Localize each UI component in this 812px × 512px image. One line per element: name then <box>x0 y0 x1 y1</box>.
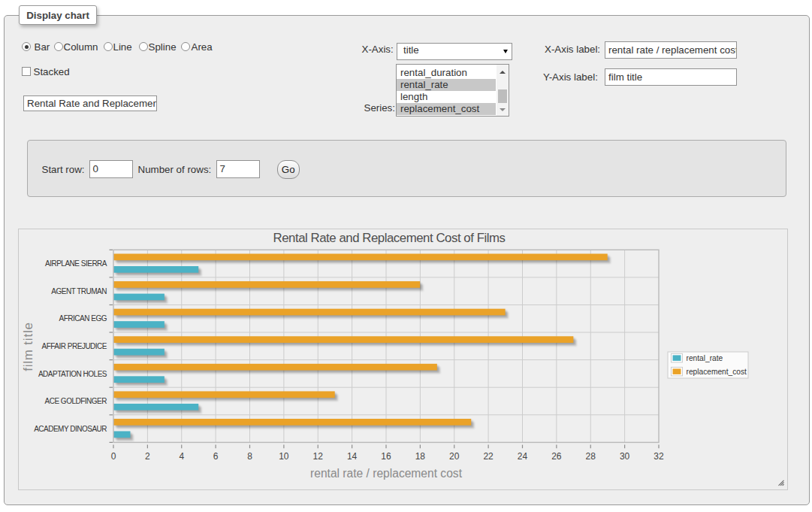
svg-text:ACE GOLDFINGER: ACE GOLDFINGER <box>45 397 107 405</box>
svg-text:8: 8 <box>247 451 252 462</box>
svg-text:ACADEMY DINOSAUR: ACADEMY DINOSAUR <box>34 425 107 433</box>
svg-text:32: 32 <box>654 451 664 462</box>
svg-text:0: 0 <box>111 451 116 462</box>
svg-text:24: 24 <box>518 451 528 462</box>
svg-text:4: 4 <box>179 451 184 462</box>
svg-text:Rental Rate and Replacement Co: Rental Rate and Replacement Cost of Film… <box>273 231 506 245</box>
svg-text:30: 30 <box>620 451 630 462</box>
svg-text:6: 6 <box>213 451 219 462</box>
svg-text:2: 2 <box>145 451 150 462</box>
svg-text:AFFAIR PREJUDICE: AFFAIR PREJUDICE <box>42 342 107 350</box>
svg-text:ADAPTATION HOLES: ADAPTATION HOLES <box>38 370 107 378</box>
svg-text:AIRPLANE SIERRA: AIRPLANE SIERRA <box>45 259 107 268</box>
svg-text:16: 16 <box>381 451 391 462</box>
svg-text:replacement_cost: replacement_cost <box>687 368 747 376</box>
svg-text:26: 26 <box>551 451 562 462</box>
svg-text:AGENT TRUMAN: AGENT TRUMAN <box>51 287 107 295</box>
svg-text:AFRICAN EGG: AFRICAN EGG <box>59 314 107 323</box>
svg-text:22: 22 <box>483 451 494 462</box>
svg-text:rental rate / replacement cost: rental rate / replacement cost <box>310 467 463 480</box>
svg-text:20: 20 <box>449 451 460 462</box>
svg-text:rental_rate: rental_rate <box>687 354 723 362</box>
svg-text:14: 14 <box>347 451 358 462</box>
svg-text:28: 28 <box>586 451 596 462</box>
svg-text:film title: film title <box>21 322 35 371</box>
svg-text:18: 18 <box>415 451 426 462</box>
svg-text:12: 12 <box>313 451 324 462</box>
svg-text:10: 10 <box>279 451 289 462</box>
